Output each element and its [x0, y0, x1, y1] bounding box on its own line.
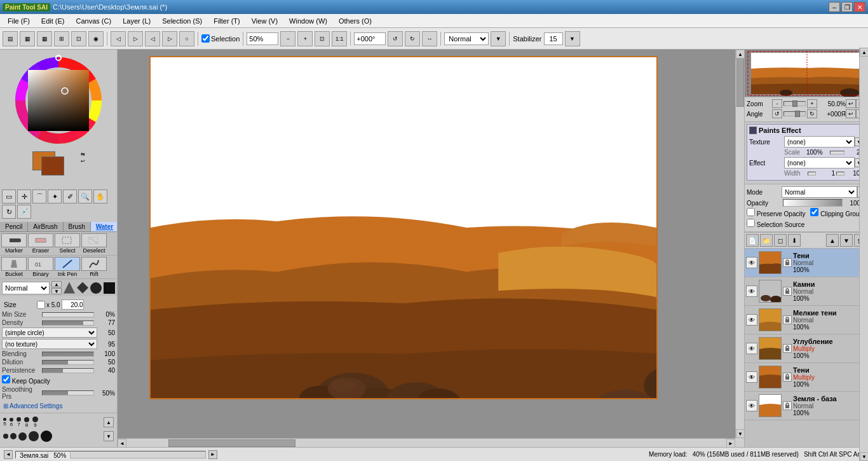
opacity-slider[interactable] [783, 199, 843, 207]
toolbar-btn-10[interactable]: ▷ [162, 31, 177, 46]
canvas-area[interactable]: ▲ ▼ ◄ ► [118, 50, 744, 447]
toolbar-btn-2[interactable]: ▦ [20, 31, 35, 46]
brush-blend-mode[interactable]: Normal Multiply Screen [2, 282, 50, 294]
dot-8[interactable]: 8 [24, 417, 29, 428]
density-slider[interactable] [42, 320, 94, 326]
dot-large-4[interactable] [29, 431, 39, 441]
close-button[interactable]: ✕ [854, 2, 865, 12]
tool-eyedropper[interactable]: 💉 [17, 205, 31, 219]
dot-large-3[interactable] [18, 432, 27, 441]
tool-magic-wand[interactable]: ✦ [48, 189, 62, 203]
scroll-right-btn[interactable]: ► [726, 439, 735, 447]
layer-lock-1[interactable] [783, 287, 792, 296]
blend-up-btn[interactable]: ▲ [51, 281, 62, 287]
menu-window[interactable]: Window (W) [284, 16, 332, 26]
drawing-canvas[interactable] [149, 56, 658, 399]
toolbar-btn-5[interactable]: ⊡ [71, 31, 86, 46]
smoothing-slider[interactable] [42, 390, 94, 396]
vertical-scrollbar[interactable]: ▲ ▼ [735, 50, 744, 438]
angle-reset-btn[interactable]: ↩ [846, 109, 856, 118]
scale-slider[interactable] [830, 151, 844, 155]
tool-hand[interactable]: ✋ [93, 189, 107, 203]
rotate-ccw-btn[interactable]: ↺ [388, 31, 403, 46]
color-wheel-container[interactable] [11, 53, 106, 148]
zoom-input[interactable] [247, 32, 278, 45]
flip-btn[interactable]: ↔ [422, 31, 437, 46]
tool-ink-pen[interactable]: Ink Pen [55, 257, 80, 277]
zoom-minus-btn[interactable]: − [280, 31, 295, 46]
angle-inc-btn[interactable]: ↻ [807, 109, 817, 118]
width-slider[interactable] [808, 172, 816, 175]
horizontal-scrollbar[interactable]: ◄ ► [118, 438, 735, 447]
move-layer-down-btn[interactable]: ▼ [840, 234, 853, 247]
persistence-slider[interactable] [42, 368, 94, 373]
new-mask-btn[interactable]: ◻ [774, 234, 787, 247]
dilution-slider[interactable] [42, 360, 94, 365]
tool-move[interactable]: ✛ [17, 189, 31, 203]
zoom-reset-btn[interactable]: ↩ [846, 99, 856, 108]
menu-filter[interactable]: Filter (T) [208, 16, 245, 26]
tool-bucket[interactable]: Bucket [1, 257, 27, 277]
layer-lock-3[interactable] [783, 344, 792, 353]
blend-down-btn[interactable]: ▼ [51, 288, 62, 294]
zoom-inc-btn[interactable]: + [807, 99, 817, 108]
toolbar-btn-3[interactable]: ▦ [37, 31, 52, 46]
tab-water[interactable]: Water [91, 222, 118, 231]
new-layer-btn[interactable]: 📄 [746, 234, 759, 247]
angle-dec-btn[interactable]: ↺ [772, 109, 782, 118]
swap-colors-btn[interactable]: ⇆ [81, 151, 85, 157]
scroll-left-btn[interactable]: ◄ [118, 439, 126, 447]
zoom-1to1-btn[interactable]: 1:1 [332, 31, 347, 46]
dot-large-2[interactable] [10, 433, 17, 439]
tool-rotate[interactable]: ↻ [2, 205, 16, 219]
zoom-slider[interactable] [783, 101, 806, 106]
dots-down-btn[interactable]: ▼ [104, 431, 114, 441]
layer-item-0[interactable]: 👁 Тени Normal 100% [745, 249, 868, 277]
tool-selection-rect[interactable]: ▭ [2, 189, 16, 203]
menu-others[interactable]: Others (O) [334, 16, 377, 26]
zoom-fit-btn[interactable]: ⊡ [315, 31, 330, 46]
h-scroll-handle[interactable] [168, 439, 295, 447]
offset-input[interactable] [354, 32, 386, 45]
maximize-button[interactable]: ❐ [841, 2, 853, 12]
layer-eye-5[interactable]: 👁 [746, 400, 757, 411]
preserve-opacity-checkbox[interactable] [747, 208, 755, 216]
dot-7[interactable]: 7 [17, 417, 21, 427]
reset-colors-btn[interactable]: ↩ [81, 158, 85, 164]
layer-item-1[interactable]: 👁 Камни Normal 100% [745, 277, 868, 306]
toolbar-btn-7[interactable]: ◁ [111, 31, 126, 46]
toolbar-btn-9[interactable]: ◁ [145, 31, 160, 46]
tool-scratchpad[interactable]: ✐ [63, 189, 77, 203]
layer-lock-5[interactable] [783, 401, 792, 410]
dot-6[interactable]: 6 [10, 418, 13, 427]
layer-item-4[interactable]: 👁 Тени Multiply 100% [745, 363, 868, 392]
blend-mode-dropdown[interactable]: Normal Multiply Screen Overlay [444, 32, 489, 45]
advanced-settings-btn[interactable]: ⊞ Advanced Settings [2, 401, 115, 411]
toolbar-btn-1[interactable]: ▤ [3, 31, 18, 46]
right-panel-scrollbar[interactable]: ▲ ▼ [859, 48, 868, 461]
mode-dropdown[interactable]: Normal Multiply Screen Overlay [782, 186, 857, 198]
blend-mode-arrow[interactable]: ▼ [491, 31, 506, 46]
scroll-up-btn[interactable]: ▲ [736, 50, 744, 58]
menu-canvas[interactable]: Canvas (C) [71, 16, 117, 26]
menu-edit[interactable]: Edit (E) [36, 16, 70, 26]
move-layer-up-btn[interactable]: ▲ [826, 234, 839, 247]
size-lock-checkbox[interactable] [37, 301, 45, 309]
keep-opacity-checkbox[interactable] [2, 375, 10, 383]
color-wheel-svg[interactable] [11, 53, 106, 148]
toolbar-btn-11[interactable]: ○ [179, 31, 194, 46]
toolbar-btn-8[interactable]: ▷ [128, 31, 143, 46]
menu-file[interactable]: File (F) [3, 16, 35, 26]
tab-pencil[interactable]: Pencil [0, 222, 28, 231]
selection-checkbox[interactable] [201, 34, 210, 43]
layer-lock-2[interactable] [783, 315, 792, 324]
menu-layer[interactable]: Layer (L) [118, 16, 156, 26]
tool-marker[interactable]: Marker [1, 233, 27, 254]
merge-down-btn[interactable]: ⬇ [788, 234, 801, 247]
dot-9[interactable]: 9 [32, 416, 38, 428]
dot-large-5[interactable] [41, 430, 52, 442]
layer-lock-4[interactable] [783, 373, 792, 382]
layer-eye-2[interactable]: 👁 [746, 314, 757, 326]
effect-dropdown[interactable]: (none) [784, 157, 855, 169]
right-scroll-up-btn[interactable]: ▲ [860, 48, 868, 57]
